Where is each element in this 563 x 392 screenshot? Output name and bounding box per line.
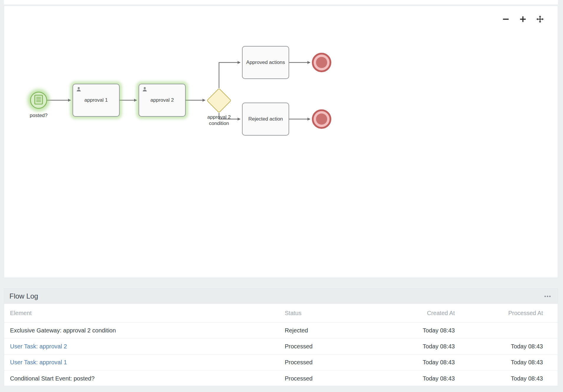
end-event-approved[interactable] [312, 53, 331, 72]
cell-processed-at: Today 08:43 [455, 343, 543, 350]
plus-icon [519, 15, 527, 24]
cell-processed-at: Today 08:43 [455, 359, 543, 366]
column-header-element: Element [10, 310, 285, 317]
column-header-processed-at: Processed At [455, 310, 543, 317]
flow-log-column-headers: Element Status Created At Processed At [4, 304, 558, 323]
cell-element-link[interactable]: User Task: approval 1 [10, 359, 285, 366]
cell-processed-at: Today 08:43 [455, 375, 543, 382]
table-row: User Task: approval 2 Processed Today 08… [4, 339, 558, 355]
gateway-label: approval 2 condition [200, 114, 238, 126]
start-event-label: posted? [19, 112, 58, 118]
start-event-posted[interactable] [30, 92, 47, 109]
end-event-rejected[interactable] [312, 109, 331, 129]
column-header-created-at: Created At [367, 310, 455, 317]
flow-log-header: Flow Log [4, 289, 558, 304]
cell-created-at: Today 08:43 [367, 359, 455, 366]
user-icon [76, 87, 81, 93]
cell-created-at: Today 08:43 [367, 327, 455, 334]
ellipsis-icon[interactable] [544, 294, 551, 299]
zoom-out-button[interactable] [501, 15, 511, 24]
task-label: Rejected action [248, 116, 283, 122]
end-event-inner-circle [316, 57, 327, 68]
end-event-inner-circle [316, 113, 327, 125]
cell-status: Processed [285, 359, 367, 366]
cell-created-at: Today 08:43 [367, 375, 455, 382]
task-rejected-action[interactable]: Rejected action [242, 103, 289, 136]
cell-status: Rejected [285, 327, 367, 334]
task-approved-actions[interactable]: Approved actions [242, 46, 289, 79]
minus-icon [502, 15, 510, 24]
canvas-controls [501, 15, 545, 24]
table-row: Conditional Start Event: posted? Process… [4, 370, 558, 386]
cell-status: Processed [285, 343, 367, 350]
pan-tool-button[interactable] [535, 15, 545, 24]
cell-created-at: Today 08:43 [367, 343, 455, 350]
user-task-approval-2[interactable]: approval 2 [139, 84, 186, 117]
flow-log-panel: Flow Log Element Status Created At Proce… [4, 288, 558, 386]
cell-element-link[interactable]: User Task: approval 2 [10, 343, 285, 350]
bpmn-canvas-panel[interactable]: posted? approval 1 approval 2 app [4, 6, 558, 278]
task-label: approval 2 [150, 97, 174, 103]
column-header-status: Status [285, 310, 367, 317]
user-task-approval-1[interactable]: approval 1 [73, 84, 120, 117]
bpmn-diagram[interactable]: posted? approval 1 approval 2 app [4, 6, 558, 278]
zoom-in-button[interactable] [518, 15, 528, 24]
task-label: approval 1 [84, 97, 108, 103]
table-row: Exclusive Gateway: approval 2 condition … [4, 323, 558, 339]
move-icon [536, 15, 544, 24]
flow-log-title: Flow Log [9, 292, 38, 300]
document-lines-icon [34, 95, 43, 106]
cell-element: Exclusive Gateway: approval 2 condition [10, 327, 285, 334]
cell-element: Conditional Start Event: posted? [10, 375, 285, 382]
table-row: User Task: approval 1 Processed Today 08… [4, 355, 558, 370]
task-label: Approved actions [246, 60, 285, 65]
user-icon [142, 87, 147, 93]
cell-status: Processed [285, 375, 367, 382]
previous-panel-edge [4, 0, 558, 4]
